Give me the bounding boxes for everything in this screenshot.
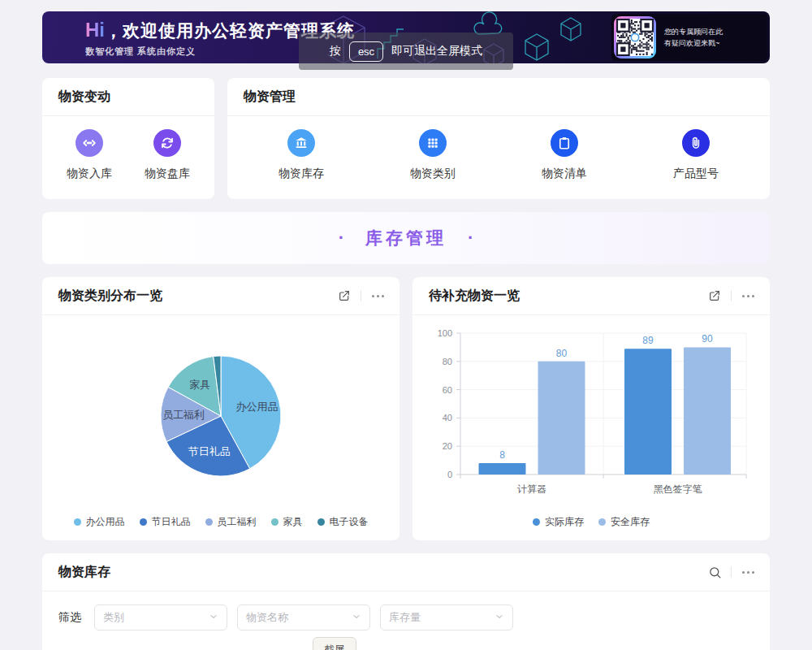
legend-item[interactable]: 电子设备 bbox=[317, 515, 369, 529]
consultant-qr-panel: 您的专属顾问在此 有疑问欢迎来戳~ bbox=[611, 14, 767, 61]
tile-asset-stocktake[interactable]: 物资盘库 bbox=[145, 129, 190, 181]
legend-label: 办公用品 bbox=[86, 515, 125, 529]
svg-text:60: 60 bbox=[443, 385, 452, 395]
tile-label: 产品型号 bbox=[673, 167, 719, 181]
legend-item[interactable]: 安全库存 bbox=[598, 515, 650, 529]
svg-text:100: 100 bbox=[438, 328, 452, 338]
svg-text:90: 90 bbox=[702, 333, 713, 344]
svg-text:办公用品: 办公用品 bbox=[235, 401, 278, 413]
code-arrows-icon bbox=[76, 129, 103, 157]
bank-icon bbox=[287, 129, 315, 157]
tile-asset-stock[interactable]: 物资库存 bbox=[279, 129, 324, 181]
asset-change-title: 物资变动 bbox=[58, 89, 110, 106]
legend-item[interactable]: 员工福利 bbox=[205, 515, 257, 529]
esc-key-badge: esc bbox=[349, 41, 383, 62]
select-placeholder: 类别 bbox=[103, 610, 209, 625]
bar-chart: 020406080100880计算器8990黑色签字笔 bbox=[412, 315, 770, 510]
tile-asset-category[interactable]: 物资类别 bbox=[410, 129, 456, 181]
toast-prefix: 按 bbox=[330, 44, 341, 58]
more-options-icon[interactable] bbox=[739, 563, 757, 581]
legend-dot bbox=[317, 518, 325, 526]
toast-suffix: 即可退出全屏模式 bbox=[391, 44, 482, 58]
filter-label: 筛选 bbox=[58, 610, 81, 625]
legend-item[interactable]: 家具 bbox=[271, 515, 303, 529]
tile-label: 物资库存 bbox=[279, 167, 324, 181]
legend-dot bbox=[205, 518, 213, 526]
svg-text:家具: 家具 bbox=[189, 379, 210, 391]
legend-item[interactable]: 实际库存 bbox=[533, 515, 584, 529]
svg-text:节日礼品: 节日礼品 bbox=[188, 445, 231, 457]
tile-product-model[interactable]: 产品型号 bbox=[673, 129, 719, 181]
qr-caption: 您的专属顾问在此 有疑问欢迎来戳~ bbox=[664, 26, 723, 49]
legend-label: 节日礼品 bbox=[152, 515, 191, 529]
chevron-down-icon bbox=[495, 610, 504, 625]
inventory-title: 物资库存 bbox=[58, 564, 110, 581]
screenshot-button[interactable]: 截屏 bbox=[313, 637, 356, 650]
qr-caption-line1: 您的专属顾问在此 bbox=[664, 26, 723, 37]
section-dot-left: · bbox=[339, 228, 344, 249]
stock-amount-select[interactable]: 库存量 bbox=[380, 604, 513, 630]
svg-text:员工福利: 员工福利 bbox=[162, 409, 205, 421]
pie-chart: 办公用品节日礼品员工福利家具 bbox=[42, 315, 400, 510]
tile-label: 物资入库 bbox=[67, 167, 112, 181]
legend-label: 员工福利 bbox=[218, 515, 257, 529]
bar-legend[interactable]: 实际库存安全库存 bbox=[412, 510, 770, 540]
section-dot-right: · bbox=[468, 228, 473, 249]
category-distribution-card: 物资类别分布一览 办公用品节日礼品员工福利家具 办公用品节日礼品员工福利家具电子… bbox=[42, 277, 400, 540]
legend-dot bbox=[598, 518, 606, 526]
svg-text:计算器: 计算器 bbox=[517, 483, 546, 495]
tile-label: 物资类别 bbox=[410, 167, 456, 181]
open-external-icon[interactable] bbox=[335, 287, 353, 305]
legend-item[interactable]: 办公用品 bbox=[74, 515, 125, 529]
open-external-icon[interactable] bbox=[706, 287, 723, 305]
fullscreen-exit-toast: 按 esc 即可退出全屏模式 bbox=[299, 32, 513, 70]
category-select[interactable]: 类别 bbox=[94, 604, 227, 630]
legend-dot bbox=[533, 518, 540, 526]
sync-icon bbox=[153, 129, 181, 157]
chevron-down-icon bbox=[352, 610, 361, 625]
svg-text:黑色签字笔: 黑色签字笔 bbox=[654, 483, 702, 495]
asset-change-card: 物资变动 物资入库 bbox=[42, 78, 214, 199]
dashboard-page: Hi，欢迎使用办公轻资产管理系统 数智化管理 系统由你定义 您的专属顾问在此 有… bbox=[0, 0, 812, 650]
more-options-icon[interactable] bbox=[369, 287, 387, 305]
svg-text:80: 80 bbox=[556, 348, 568, 359]
tile-asset-list[interactable]: 物资清单 bbox=[542, 129, 587, 181]
legend-dot bbox=[74, 518, 81, 526]
legend-dot bbox=[140, 518, 147, 526]
tile-asset-inbound[interactable]: 物资入库 bbox=[67, 129, 112, 181]
tile-label: 物资盘库 bbox=[145, 167, 190, 181]
svg-text:40: 40 bbox=[443, 413, 452, 422]
legend-item[interactable]: 节日礼品 bbox=[140, 515, 191, 529]
asset-stock-card: 物资库存 筛选 类别 物资名称 bbox=[42, 553, 770, 650]
svg-text:80: 80 bbox=[443, 357, 452, 366]
asset-name-select[interactable]: 物资名称 bbox=[237, 604, 370, 630]
divider bbox=[361, 290, 361, 301]
select-placeholder: 库存量 bbox=[389, 610, 495, 625]
more-options-icon[interactable] bbox=[739, 287, 757, 305]
section-title: 库存管理 bbox=[365, 227, 447, 249]
legend-dot bbox=[271, 518, 279, 526]
asset-manage-title: 物资管理 bbox=[244, 89, 296, 106]
pie-card-title: 物资类别分布一览 bbox=[58, 288, 162, 305]
svg-text:8: 8 bbox=[499, 449, 505, 461]
clipboard-icon bbox=[551, 129, 578, 157]
search-icon[interactable] bbox=[706, 563, 723, 581]
divider bbox=[731, 290, 732, 301]
welcome-banner: Hi，欢迎使用办公轻资产管理系统 数智化管理 系统由你定义 您的专属顾问在此 有… bbox=[42, 11, 770, 63]
chevron-down-icon bbox=[209, 610, 218, 625]
restock-needed-card: 待补充物资一览 020406080100880计算器8990黑色签字笔 实际库存… bbox=[412, 277, 770, 540]
grid-icon bbox=[419, 129, 447, 157]
qr-code bbox=[614, 16, 656, 58]
pie-legend[interactable]: 办公用品节日礼品员工福利家具电子设备 bbox=[42, 510, 400, 540]
divider bbox=[731, 566, 732, 578]
legend-label: 家具 bbox=[283, 515, 303, 529]
bar-card-title: 待补充物资一览 bbox=[429, 288, 520, 305]
legend-label: 电子设备 bbox=[330, 515, 369, 529]
svg-text:0: 0 bbox=[447, 470, 452, 479]
svg-text:89: 89 bbox=[642, 335, 654, 346]
legend-label: 安全库存 bbox=[611, 515, 650, 529]
tile-label: 物资清单 bbox=[542, 167, 587, 181]
svg-text:20: 20 bbox=[443, 441, 452, 451]
qr-caption-line2: 有疑问欢迎来戳~ bbox=[664, 37, 723, 49]
greeting-hi: Hi bbox=[85, 19, 105, 41]
